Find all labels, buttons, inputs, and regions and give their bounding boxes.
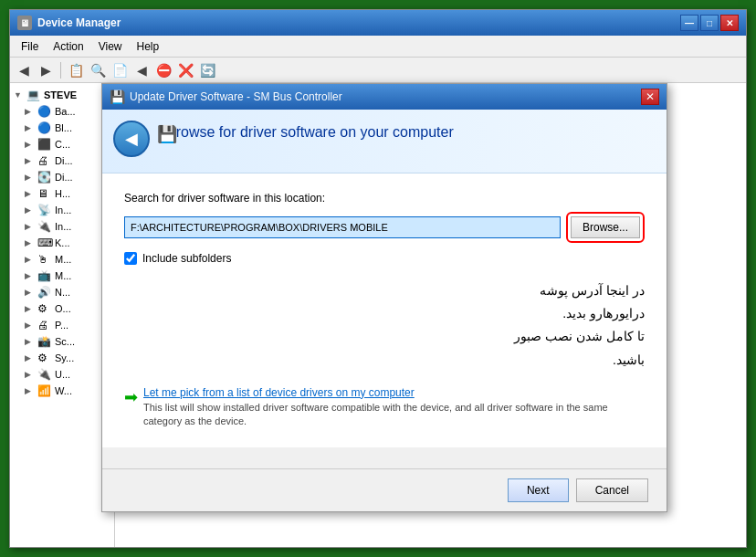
cancel-button[interactable]: Cancel xyxy=(576,478,648,502)
list-item[interactable]: ▶ 📸 Sc... xyxy=(10,333,114,350)
dialog-close-button[interactable]: ✕ xyxy=(641,89,659,105)
list-item[interactable]: ▶ 🖥 H... xyxy=(10,185,114,202)
menu-help[interactable]: Help xyxy=(130,38,167,55)
disable-toolbar-button[interactable]: ⛔ xyxy=(153,60,173,80)
persian-line-4: باشید. xyxy=(514,349,645,372)
list-item[interactable]: ▶ 🔌 In... xyxy=(10,218,114,235)
include-subfolders-label: Include subfolders xyxy=(142,252,231,265)
expand-icon: ▶ xyxy=(25,222,36,231)
expand-icon: ▶ xyxy=(25,386,36,395)
list-item[interactable]: ▶ 🔊 N... xyxy=(10,284,114,300)
back-toolbar-button[interactable]: ◀ xyxy=(14,60,34,80)
refresh-toolbar-button[interactable]: 🔄 xyxy=(197,60,217,80)
pick-driver-description: This list will show installed driver sof… xyxy=(143,401,645,429)
back-arrow-icon: ◀ xyxy=(125,129,138,149)
list-item[interactable]: ▶ 🔵 Bl... xyxy=(10,120,114,136)
expand-icon: ▶ xyxy=(25,189,36,198)
tree-root[interactable]: ▼ 💻 STEVE xyxy=(10,87,114,103)
dialog-back-button[interactable]: ◀ xyxy=(113,121,150,157)
toolbar-separator-1 xyxy=(60,62,61,79)
expand-icon: ▶ xyxy=(25,107,36,116)
device-icon: 🔌 xyxy=(37,368,52,381)
include-subfolders-row: Include subfolders xyxy=(124,252,645,265)
title-bar-icon: 🖥 xyxy=(17,16,32,30)
list-item[interactable]: ▶ 📶 W... xyxy=(10,383,114,399)
list-item[interactable]: ▶ 📡 In... xyxy=(10,202,114,218)
list-item[interactable]: ▶ 🔌 U... xyxy=(10,366,114,383)
update-driver-dialog: 💾 Update Driver Software - SM Bus Contro… xyxy=(101,83,667,512)
list-item[interactable]: ▶ ⬛ C... xyxy=(10,136,114,152)
rollback-toolbar-button[interactable]: ◀ xyxy=(131,60,152,80)
pick-driver-link[interactable]: Let me pick from a list of device driver… xyxy=(143,386,645,399)
title-bar: 🖥 Device Manager — □ ✕ xyxy=(10,10,746,36)
menu-bar: File Action View Help xyxy=(10,36,746,58)
expand-icon: ▶ xyxy=(25,370,36,379)
device-icon: 📡 xyxy=(37,204,52,216)
device-icon: 📸 xyxy=(37,335,52,348)
device-icon: 📺 xyxy=(37,269,52,282)
menu-view[interactable]: View xyxy=(91,38,130,55)
maximize-button[interactable]: □ xyxy=(700,15,719,31)
persian-line-3: تا کامل شدن نصب صبور xyxy=(514,325,645,348)
dialog-title-icon: 💾 xyxy=(110,89,124,104)
list-item[interactable]: ▶ 🖱 M... xyxy=(10,251,114,268)
expand-icon-root: ▼ xyxy=(14,90,25,100)
dialog-header: ◀ 💾 Browse for driver software on your c… xyxy=(102,110,667,173)
dialog-body: Search for driver software in this locat… xyxy=(102,173,667,447)
list-item[interactable]: ▶ 🖨 Di... xyxy=(10,152,114,169)
dialog-title-bar: 💾 Update Driver Software - SM Bus Contro… xyxy=(102,84,667,110)
expand-icon: ▶ xyxy=(25,304,36,313)
list-item[interactable]: ▶ 🔵 Ba... xyxy=(10,103,114,120)
computer-icon: 💻 xyxy=(26,89,41,101)
properties-toolbar-button[interactable]: 📋 xyxy=(66,60,86,80)
close-button[interactable]: ✕ xyxy=(720,15,739,31)
persian-text: در اینجا آدرس پوشه درایورهارو بدید. تا ک… xyxy=(514,279,645,372)
dialog-footer: Next Cancel xyxy=(102,468,667,511)
include-subfolders-checkbox[interactable] xyxy=(124,252,137,265)
expand-icon: ▶ xyxy=(25,321,36,330)
list-item[interactable]: ▶ 🖨 P... xyxy=(10,317,114,333)
browse-button[interactable]: Browse... xyxy=(571,216,640,238)
device-icon: 📶 xyxy=(37,384,52,397)
scan-toolbar-button[interactable]: 🔍 xyxy=(88,60,108,80)
menu-action[interactable]: Action xyxy=(46,38,90,55)
expand-icon: ▶ xyxy=(25,140,36,149)
search-input[interactable] xyxy=(124,216,561,238)
list-item[interactable]: ▶ 📺 M... xyxy=(10,268,114,284)
expand-icon: ▶ xyxy=(25,173,36,182)
expand-icon: ▶ xyxy=(25,271,36,280)
list-item[interactable]: ▶ 💽 Di... xyxy=(10,169,114,185)
persian-line-2: درایورهارو بدید. xyxy=(514,302,645,325)
device-icon: 🔵 xyxy=(37,121,52,134)
list-item[interactable]: ▶ ⚙ O... xyxy=(10,300,114,317)
dialog-header-icon: 💾 xyxy=(157,124,177,144)
search-label: Search for driver software in this locat… xyxy=(124,192,645,205)
next-button[interactable]: Next xyxy=(508,478,569,502)
green-arrow-icon: ➡ xyxy=(124,387,138,407)
device-icon: 💽 xyxy=(37,171,52,184)
persian-line-1: در اینجا آدرس پوشه xyxy=(514,279,645,302)
expand-icon: ▶ xyxy=(25,238,36,247)
expand-icon: ▶ xyxy=(25,123,36,132)
device-tree[interactable]: ▼ 💻 STEVE ▶ 🔵 Ba... ▶ 🔵 Bl... ▶ ⬛ C... ▶ xyxy=(10,83,115,547)
list-item[interactable]: ▶ ⚙ Sy... xyxy=(10,350,114,366)
dialog-header-title: Browse for driver software on your compu… xyxy=(166,124,648,141)
pick-driver-row: ➡ Let me pick from a list of device driv… xyxy=(124,386,645,429)
uninstall-toolbar-button[interactable]: ❌ xyxy=(175,60,195,80)
minimize-button[interactable]: — xyxy=(680,15,698,31)
forward-toolbar-button[interactable]: ▶ xyxy=(36,60,56,80)
expand-icon: ▶ xyxy=(25,156,36,165)
menu-file[interactable]: File xyxy=(14,38,46,55)
expand-icon: ▶ xyxy=(25,205,36,215)
update-toolbar-button[interactable]: 📄 xyxy=(110,60,130,80)
list-item[interactable]: ▶ ⌨ K... xyxy=(10,235,114,251)
device-icon: 🖥 xyxy=(37,187,52,200)
device-icon: 🔵 xyxy=(37,105,52,118)
device-icon: ⚙ xyxy=(37,302,52,315)
device-icon: 🔊 xyxy=(37,286,52,299)
device-icon: ⌨ xyxy=(37,236,52,249)
device-icon: ⬛ xyxy=(37,138,52,151)
title-bar-controls: — □ ✕ xyxy=(680,15,739,31)
device-icon: 🖱 xyxy=(37,253,52,266)
title-bar-title: Device Manager xyxy=(37,16,680,29)
